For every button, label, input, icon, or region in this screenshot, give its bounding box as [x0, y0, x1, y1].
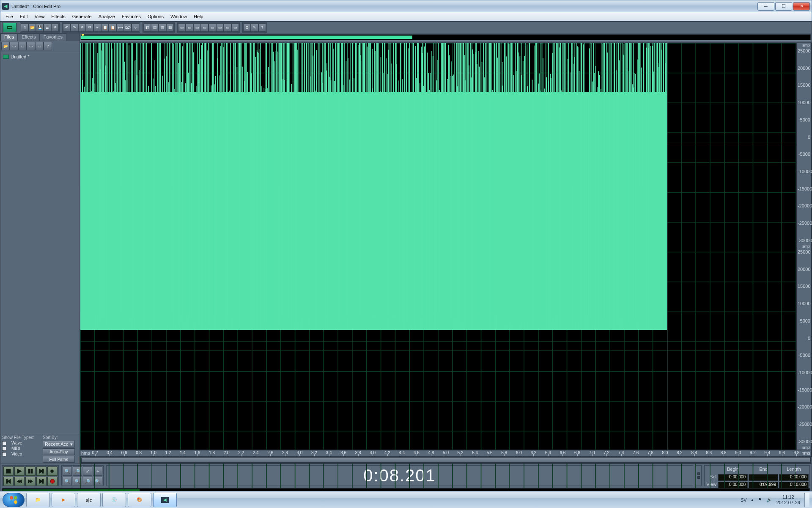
batch-icon[interactable]: ≣ — [44, 23, 51, 32]
advanced-icon[interactable]: ? — [44, 42, 52, 50]
file-list[interactable]: Untitled * — [0, 52, 80, 434]
open-file-icon[interactable]: 📂 — [28, 23, 36, 32]
open-file-icon[interactable]: 📂 — [1, 42, 10, 50]
cue-list-icon[interactable]: ▭ — [186, 23, 193, 32]
show-file-types-label: Show File Types: — [2, 435, 34, 440]
menu-analyze[interactable]: Analyze — [95, 13, 118, 20]
go-end-button[interactable] — [36, 477, 47, 486]
tray-lang[interactable]: SV — [741, 497, 747, 502]
trim-icon[interactable]: ⟷ — [116, 23, 124, 32]
menu-view[interactable]: View — [31, 13, 48, 20]
cut-icon[interactable]: ✂ — [93, 23, 101, 32]
autoplay-button[interactable]: Auto-Play — [43, 448, 75, 455]
menu-options[interactable]: Options — [144, 13, 167, 20]
organizer-icon[interactable]: ▭ — [178, 23, 186, 32]
insert-mt-icon[interactable]: ▭ — [18, 42, 27, 50]
organizer-tab-files[interactable]: Files — [0, 33, 18, 41]
redo-icon[interactable]: ↷ — [71, 23, 78, 32]
taskbar-media-icon[interactable]: ▶ — [52, 493, 75, 507]
show-left-icon[interactable]: ▤ — [151, 23, 159, 32]
close-file-icon[interactable]: ▭ — [10, 42, 18, 50]
record-button[interactable] — [47, 477, 58, 486]
edit-file-icon[interactable]: ▭ — [35, 42, 44, 50]
tray-flag-icon[interactable]: ⚑ — [758, 497, 762, 502]
spectral-icon[interactable]: ◧ — [143, 23, 151, 32]
scripts-icon[interactable]: ✎ — [251, 23, 258, 32]
tray-clock[interactable]: 11:12 2012-07-26 — [776, 494, 800, 505]
settings-icon[interactable]: ⚙ — [243, 23, 251, 32]
start-button[interactable] — [3, 493, 25, 507]
taskbar-cooledit-icon[interactable]: ◀ — [153, 493, 177, 507]
placekeeper-icon[interactable]: ▭ — [231, 23, 239, 32]
view-toolbar-group: ◧ ▤ ▥ ▦ — [143, 22, 175, 33]
time-ruler[interactable]: hms 0.20.40.60.81.01.21.41.61.82.02.22.4… — [80, 450, 812, 457]
checkbox-wave[interactable] — [2, 441, 6, 445]
taskbar-app-sc-icon[interactable]: s|c — [77, 493, 101, 507]
zoom-in-h-icon[interactable]: 🔍 — [63, 467, 72, 476]
file-item[interactable]: Untitled * — [2, 54, 78, 60]
show-desktop-button[interactable] — [804, 493, 809, 507]
save-file-icon[interactable]: 💾 — [36, 23, 44, 32]
overview-marker-icon[interactable] — [81, 34, 85, 36]
level-icon[interactable]: ▭ — [224, 23, 231, 32]
menu-favorites[interactable]: Favorites — [118, 13, 144, 20]
paste-icon[interactable]: 📋 — [101, 23, 109, 32]
tray-chevron-up-icon[interactable]: ▴ — [751, 497, 754, 502]
edit-view-toggle[interactable] — [3, 23, 16, 32]
time-icon[interactable]: ▭ — [201, 23, 208, 32]
checkbox-video[interactable] — [2, 452, 6, 456]
play-loop-button[interactable] — [47, 467, 58, 476]
stop-button[interactable] — [3, 467, 14, 476]
tray-volume-icon[interactable]: 🔊 — [766, 497, 772, 502]
sel-view-icon[interactable]: ▭ — [216, 23, 224, 32]
options-toolbar-group: ⚙ ✎ ? — [242, 22, 267, 33]
close-button[interactable]: ✕ — [793, 2, 810, 11]
sort-by-select[interactable]: Recent Acc▾ — [43, 441, 75, 447]
pause-button[interactable] — [25, 467, 36, 476]
play-to-end-button[interactable] — [36, 467, 47, 476]
zoom-in-left-icon[interactable]: 🔍 — [63, 477, 72, 486]
sort-by-label: Sort By: — [43, 435, 75, 440]
toolbar: ▯ 📂 💾 ≣ ⧉ ↶ ↷ ⧉ ⧉ ✂ 📋 📋 ⟷ ⌦ ∿ ◧ ▤ ▥ ▦ ▭ … — [0, 22, 812, 33]
menu-effects[interactable]: Effects — [48, 13, 69, 20]
svg-point-87 — [14, 500, 17, 504]
convert-icon[interactable]: ∿ — [132, 23, 139, 32]
ffwd-button[interactable] — [25, 477, 36, 486]
waveform-display[interactable] — [80, 43, 796, 450]
organizer-tab-favorites[interactable]: Favorites — [40, 33, 66, 41]
menu-window[interactable]: Window — [167, 13, 190, 20]
delete-icon[interactable]: ⌦ — [124, 23, 132, 32]
organizer-options: Show File Types: WaveMIDIVideo Sort By: … — [0, 434, 80, 464]
taskbar-disc-icon[interactable]: 💿 — [102, 493, 126, 507]
rewind-button[interactable] — [14, 477, 25, 486]
copy-icon[interactable]: ⧉ — [78, 23, 86, 32]
checkbox-midi[interactable] — [2, 447, 6, 451]
copy-new-icon[interactable]: ⧉ — [86, 23, 93, 32]
new-file-icon[interactable]: ▯ — [21, 23, 28, 32]
menu-file[interactable]: File — [2, 13, 16, 20]
mix-paste-icon[interactable]: 📋 — [109, 23, 116, 32]
zoom-icon[interactable]: ▭ — [208, 23, 216, 32]
organizer-tab-effects[interactable]: Effects — [18, 33, 39, 41]
show-right-icon[interactable]: ▥ — [159, 23, 166, 32]
taskbar-paint-icon[interactable]: 🎨 — [128, 493, 151, 507]
menu-generate[interactable]: Generate — [69, 13, 95, 20]
transport-icon[interactable]: ▭ — [193, 23, 201, 32]
menu-edit[interactable]: Edit — [16, 13, 31, 20]
minimize-button[interactable]: ─ — [757, 2, 774, 11]
multitrack-icon[interactable]: ⧉ — [51, 23, 59, 32]
go-start-button[interactable] — [3, 477, 14, 486]
help-icon[interactable]: ? — [258, 23, 266, 32]
play-button[interactable] — [14, 467, 25, 476]
menu-help[interactable]: Help — [190, 13, 207, 20]
show-both-icon[interactable]: ▦ — [166, 23, 174, 32]
maximize-button[interactable]: ☐ — [775, 2, 792, 11]
overview-bar[interactable] — [81, 34, 811, 40]
taskbar-explorer-icon[interactable]: 📁 — [26, 493, 50, 507]
horizontal-scrollbar[interactable] — [81, 457, 811, 464]
organizer-sidebar: FilesEffectsFavorites 📂 ▭ ▭ ▭ ▭ ? Untitl… — [0, 33, 80, 464]
fullpaths-button[interactable]: Full Paths — [43, 456, 75, 463]
insert-cd-icon[interactable]: ▭ — [27, 42, 35, 50]
amplitude-ruler[interactable]: smpl 2500020000150001000050000-5000-1000… — [796, 43, 812, 450]
undo-icon[interactable]: ↶ — [63, 23, 71, 32]
